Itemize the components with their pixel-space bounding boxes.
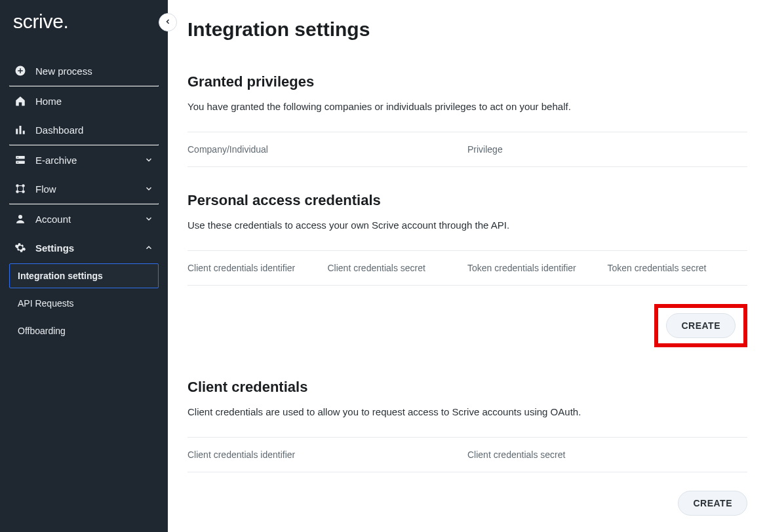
sidebar-item-label: New process <box>35 66 153 77</box>
svg-point-11 <box>22 190 25 193</box>
svg-point-8 <box>16 184 19 187</box>
subnav-item-label: Offboarding <box>18 326 66 336</box>
section-description: Client credentials are used to allow you… <box>187 406 747 417</box>
home-icon <box>14 95 26 107</box>
sidebar-item-label: Flow <box>35 183 135 195</box>
collapse-sidebar-button[interactable] <box>159 13 177 31</box>
chevron-up-icon <box>144 243 153 252</box>
column-header-client-id: Client credentials identifier <box>187 449 467 460</box>
sidebar-item-label: Home <box>35 96 153 107</box>
sidebar: scrive. New process Home Dashboard <box>0 0 168 532</box>
plus-circle-icon <box>14 65 26 77</box>
subnav-item-integration-settings[interactable]: Integration settings <box>9 263 159 288</box>
sidebar-item-home[interactable]: Home <box>9 86 159 115</box>
sidebar-item-label: Settings <box>35 242 135 254</box>
sidebar-item-settings[interactable]: Settings <box>9 233 159 262</box>
subnav-item-label: Integration settings <box>18 271 103 281</box>
svg-rect-3 <box>23 131 25 134</box>
chevron-left-icon <box>164 16 172 28</box>
section-title: Granted privileges <box>187 73 747 90</box>
column-header-token-id: Token credentials identifier <box>467 263 608 273</box>
subnav-settings: Integration settings API Requests Offboa… <box>9 262 159 351</box>
svg-rect-4 <box>16 156 25 159</box>
logo-text: scrive. <box>13 10 69 33</box>
highlight-annotation: CREATE <box>654 304 747 347</box>
column-header-company: Company/Individual <box>187 144 467 155</box>
sidebar-item-label: Account <box>35 214 135 225</box>
create-personal-credentials-button[interactable]: CREATE <box>666 313 736 338</box>
svg-rect-1 <box>16 129 18 134</box>
subnav-item-api-requests[interactable]: API Requests <box>9 291 159 316</box>
svg-rect-2 <box>20 126 22 134</box>
column-header-client-secret: Client credentials secret <box>328 263 468 273</box>
chevron-down-icon <box>144 214 153 223</box>
svg-point-6 <box>18 157 19 159</box>
column-header-token-secret: Token credentials secret <box>608 263 748 273</box>
section-granted-privileges: Granted privileges You have granted the … <box>187 73 747 167</box>
svg-rect-5 <box>16 161 25 164</box>
section-client-credentials: Client credentials Client credentials ar… <box>187 379 747 522</box>
gear-icon <box>14 242 26 254</box>
page-title: Integration settings <box>187 18 747 41</box>
section-title: Personal access credentials <box>187 192 747 209</box>
chevron-down-icon <box>144 155 153 164</box>
section-description: Use these credentials to access your own… <box>187 219 747 231</box>
sidebar-nav: New process Home Dashboard E-archive <box>0 41 168 351</box>
subnav-item-offboarding[interactable]: Offboarding <box>9 318 159 343</box>
flow-icon <box>14 183 26 195</box>
sidebar-item-account[interactable]: Account <box>9 204 159 233</box>
sidebar-item-new-process[interactable]: New process <box>9 56 159 85</box>
button-row: CREATE <box>187 472 747 522</box>
logo: scrive. <box>0 0 168 41</box>
archive-icon <box>14 154 26 166</box>
bar-chart-icon <box>14 124 26 136</box>
create-client-credentials-button[interactable]: CREATE <box>678 491 747 516</box>
table-header: Company/Individual Privilege <box>187 132 747 167</box>
section-description: You have granted the following companies… <box>187 101 747 112</box>
subnav-item-label: API Requests <box>18 298 74 309</box>
table-header: Client credentials identifier Client cre… <box>187 251 747 286</box>
table-header: Client credentials identifier Client cre… <box>187 438 747 472</box>
button-row: CREATE <box>187 286 747 354</box>
section-personal-credentials: Personal access credentials Use these cr… <box>187 192 747 354</box>
client-credentials-table: Client credentials identifier Client cre… <box>187 437 747 472</box>
column-header-client-secret: Client credentials secret <box>467 449 747 460</box>
column-header-client-id: Client credentials identifier <box>187 263 328 273</box>
personal-credentials-table: Client credentials identifier Client cre… <box>187 250 747 286</box>
svg-point-7 <box>18 162 19 163</box>
section-title: Client credentials <box>187 379 747 396</box>
granted-table: Company/Individual Privilege <box>187 132 747 167</box>
chevron-down-icon <box>144 184 153 193</box>
svg-point-9 <box>22 184 25 187</box>
svg-point-12 <box>18 215 22 219</box>
user-icon <box>14 213 26 225</box>
sidebar-item-flow[interactable]: Flow <box>9 174 159 203</box>
sidebar-item-label: E-archive <box>35 155 135 166</box>
column-header-privilege: Privilege <box>467 144 747 155</box>
sidebar-item-earchive[interactable]: E-archive <box>9 145 159 174</box>
sidebar-item-dashboard[interactable]: Dashboard <box>9 115 159 144</box>
sidebar-item-label: Dashboard <box>35 124 153 136</box>
main-content: Integration settings Granted privileges … <box>168 0 767 532</box>
svg-point-10 <box>16 190 19 193</box>
